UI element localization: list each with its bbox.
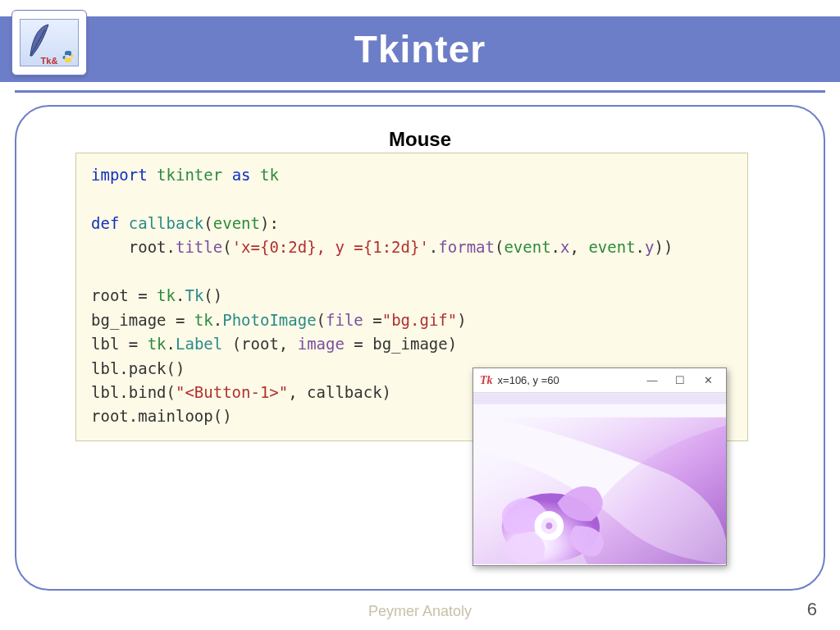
line-pack: lbl.pack() (91, 359, 185, 377)
kw-as: as (232, 166, 251, 184)
paren: ( (203, 214, 212, 232)
call: () (203, 286, 222, 304)
line-bind-post: , callback) (288, 383, 391, 401)
line-bind-pre: lbl.bind( (91, 383, 176, 401)
kw-def: def (91, 214, 119, 232)
tk-canvas[interactable] (473, 393, 726, 565)
eq: = (119, 335, 147, 353)
header-title: Tkinter (354, 27, 486, 71)
str-format: 'x={0:2d}, y ={1:2d}' (232, 238, 429, 256)
indent (91, 238, 129, 256)
param-event: event (213, 214, 260, 232)
var-bgimage: bg_image (91, 311, 167, 329)
dot: . (213, 311, 222, 329)
cls-photoimage: PhotoImage (222, 311, 316, 329)
close-icon[interactable]: ✕ (701, 374, 714, 386)
svg-point-10 (546, 523, 552, 529)
attr-y: y (645, 238, 654, 256)
attr-x: x (560, 238, 569, 256)
rest2: = bg_image) (345, 335, 457, 353)
eq: = (167, 311, 194, 329)
mod-tk3: tk (148, 335, 167, 353)
str-bggif: "bg.gif" (382, 311, 458, 329)
logo-inner: Tk& (20, 19, 79, 66)
rest1: (root, (222, 335, 298, 353)
arg-event2: event (588, 238, 635, 256)
eq: = (129, 286, 157, 304)
window-controls: — ☐ ✕ (646, 374, 721, 386)
mid: = (363, 311, 382, 329)
comma: , (570, 238, 589, 256)
var-root: root (91, 286, 129, 304)
method-format: format (438, 238, 495, 256)
tk-icon: Tk (480, 374, 493, 387)
method-title: title (176, 238, 222, 256)
subtitle: Mouse (366, 123, 474, 156)
line-mainloop: root.mainloop() (91, 407, 232, 425)
logo-box: Tk& (11, 10, 87, 75)
mod-tk: tk (157, 286, 176, 304)
kw-import: import (91, 166, 148, 184)
mod-tkinter: tkinter (157, 166, 222, 184)
root-obj: root (129, 238, 167, 256)
dot: . (167, 238, 176, 256)
kw-file: file (326, 311, 363, 329)
header-underline (15, 90, 825, 93)
paren-close: ): (260, 214, 279, 232)
tk-demo-window: Tk x=106, y =60 — ☐ ✕ (472, 368, 727, 566)
cls-tk: Tk (185, 286, 203, 304)
minimize-icon[interactable]: — (646, 374, 659, 386)
slide: Tkinter Tk& Mouse import tkinter as tk d… (0, 0, 840, 630)
alias-tk: tk (260, 166, 279, 184)
footer-author: Peymer Anatoly (368, 603, 472, 620)
cls-label: Label (176, 335, 222, 353)
arg-event1: event (504, 238, 550, 256)
header-bar: Tkinter (0, 16, 840, 82)
close: ) (457, 311, 466, 329)
kw-image: image (298, 335, 345, 353)
page-number: 6 (807, 599, 817, 620)
str-button1: "<Button-1>" (176, 383, 288, 401)
feather-icon (27, 23, 52, 57)
dot: . (176, 286, 185, 304)
close: )) (655, 238, 673, 256)
dot2: . (429, 238, 438, 256)
fn-callback: callback (129, 214, 204, 232)
mod-tk2: tk (194, 311, 213, 329)
open2: ( (495, 238, 504, 256)
flower-image (473, 393, 726, 564)
tk-window-title: x=106, y =60 (498, 374, 559, 386)
dot4: . (636, 238, 645, 256)
open: ( (222, 238, 231, 256)
python-icon (62, 50, 75, 63)
open: ( (317, 311, 326, 329)
dot3: . (551, 238, 560, 256)
dot: . (167, 335, 176, 353)
tk-titlebar[interactable]: Tk x=106, y =60 — ☐ ✕ (473, 368, 726, 393)
maximize-icon[interactable]: ☐ (673, 374, 687, 386)
var-lbl: lbl (91, 335, 119, 353)
